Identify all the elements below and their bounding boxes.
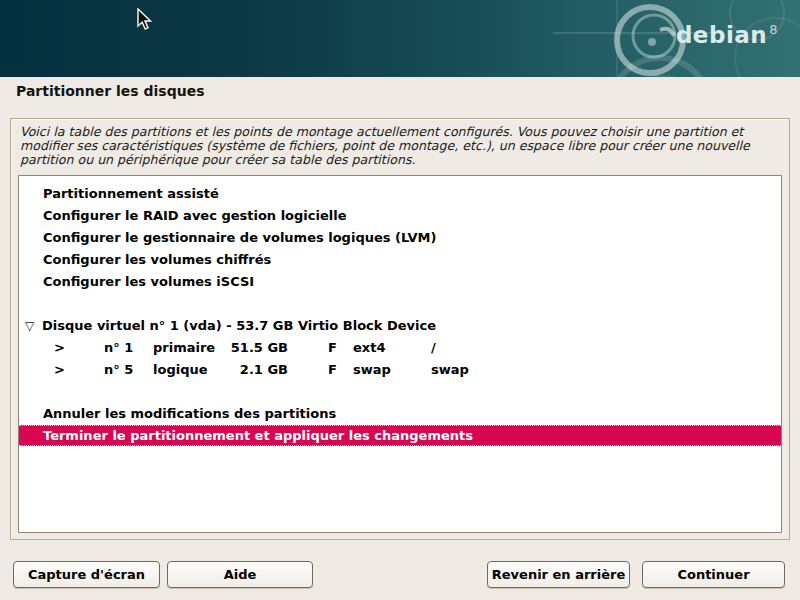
page-title: Partitionner les disques xyxy=(16,83,205,99)
partition-format-flag: F xyxy=(328,359,337,381)
list-item-finish-partitioning[interactable]: Terminer le partitionnement et appliquer… xyxy=(19,425,781,446)
partition-mountpoint: / xyxy=(431,337,436,359)
partition-size: 51.5 GB xyxy=(194,337,288,359)
spacer-row xyxy=(19,293,781,315)
disk-header-row[interactable]: ▽Disque virtuel n° 1 (vda) - 53.7 GB Vir… xyxy=(19,315,781,337)
partition-number: n° 1 xyxy=(104,337,133,359)
partition-mountpoint: swap xyxy=(431,359,469,381)
partition-marker-icon: > xyxy=(54,359,65,381)
spacer-row xyxy=(19,381,781,403)
expander-triangle-icon[interactable]: ▽ xyxy=(25,315,42,337)
go-back-button[interactable]: Revenir en arrière xyxy=(487,561,630,588)
partition-filesystem: swap xyxy=(353,359,391,381)
partition-marker-icon: > xyxy=(54,337,65,359)
list-item-configure-raid[interactable]: Configurer le RAID avec gestion logiciel… xyxy=(19,205,781,227)
debian-wordmark: debian8 xyxy=(676,22,778,48)
mouse-cursor xyxy=(137,8,153,32)
list-item-undo-changes[interactable]: Annuler les modifications des partitions xyxy=(19,403,781,425)
help-button[interactable]: Aide xyxy=(167,561,313,588)
partition-row[interactable]: > n° 5 logique 2.1 GB F swap swap xyxy=(19,359,781,381)
brand-version: 8 xyxy=(769,22,778,37)
partition-number: n° 5 xyxy=(104,359,133,381)
disk-label: Disque virtuel n° 1 (vda) - 53.7 GB Virt… xyxy=(42,318,436,333)
screenshot-button[interactable]: Capture d'écran xyxy=(13,561,160,588)
content-frame: Voici la table des partitions et les poi… xyxy=(10,118,790,540)
page-description: Voici la table des partitions et les poi… xyxy=(20,125,780,168)
list-item-guided-partitioning[interactable]: Partitionnement assisté xyxy=(19,183,781,205)
partition-format-flag: F xyxy=(328,337,337,359)
partition-size: 2.1 GB xyxy=(194,359,288,381)
installer-window: debian8 Partitionner les disques Voici l… xyxy=(0,0,800,600)
partition-filesystem: ext4 xyxy=(353,337,385,359)
partition-row[interactable]: > n° 1 primaire 51.5 GB F ext4 / xyxy=(19,337,781,359)
continue-button[interactable]: Continuer xyxy=(642,561,785,588)
brand-name: debian xyxy=(676,22,767,48)
partition-listbox[interactable]: Partitionnement assisté Configurer le RA… xyxy=(18,175,782,533)
banner: debian8 xyxy=(0,0,800,77)
list-item-configure-iscsi[interactable]: Configurer les volumes iSCSI xyxy=(19,271,781,293)
list-item-configure-lvm[interactable]: Configurer le gestionnaire de volumes lo… xyxy=(19,227,781,249)
list-item-configure-encrypted[interactable]: Configurer les volumes chiffrés xyxy=(19,249,781,271)
